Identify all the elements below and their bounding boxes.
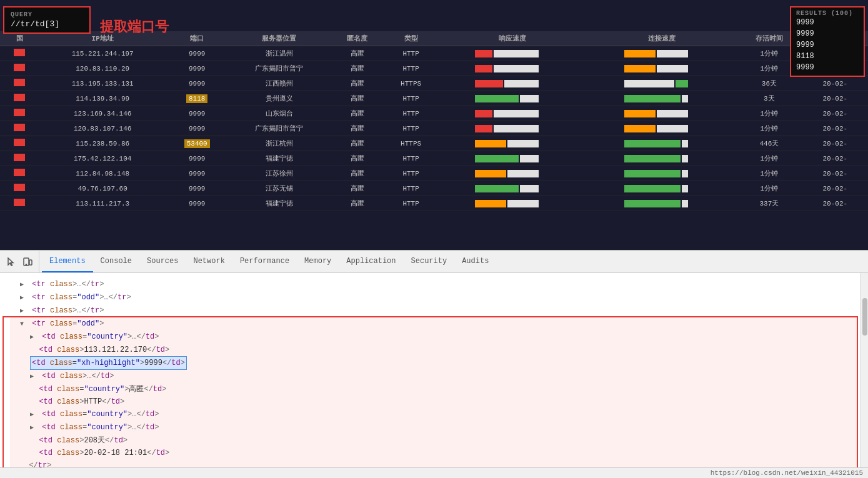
tab-elements[interactable]: Elements xyxy=(42,251,93,272)
cell-ip: 112.84.98.148 xyxy=(39,166,166,181)
tab-audits[interactable]: Audits xyxy=(454,251,496,272)
cell-resp xyxy=(438,196,587,211)
cell-anon: 高匿 xyxy=(331,136,384,151)
tab-console[interactable]: Console xyxy=(93,251,139,272)
triangle[interactable] xyxy=(30,409,37,421)
triangle[interactable] xyxy=(30,371,37,383)
scrollbar-thumb[interactable] xyxy=(862,298,867,336)
col-location: 服务器位置 xyxy=(228,31,330,46)
cell-ip: 120.83.110.29 xyxy=(39,61,166,76)
cell-conn xyxy=(587,196,736,211)
cell-anon: 高匿 xyxy=(331,76,384,91)
cell-resp xyxy=(438,106,587,121)
cell-conn xyxy=(587,181,736,196)
cell-anon: 高匿 xyxy=(331,46,384,61)
dom-line[interactable]: </tr> xyxy=(10,459,858,467)
cell-conn xyxy=(587,121,736,136)
cell-date: 20-02- xyxy=(802,181,868,196)
device-icon[interactable] xyxy=(21,256,34,268)
cell-date: 20-02- xyxy=(802,151,868,166)
cell-alive: 446天 xyxy=(736,136,802,151)
tab-security[interactable]: Security xyxy=(404,251,455,272)
cell-conn xyxy=(587,106,736,121)
triangle[interactable] xyxy=(20,305,27,317)
dom-tree[interactable]: <tr class>…</tr> <tr class="odd">…</tr> … xyxy=(0,273,868,467)
cell-date: 20-02- xyxy=(802,121,868,136)
cell-resp xyxy=(438,121,587,136)
col-type: 类型 xyxy=(384,31,438,46)
cell-conn xyxy=(587,61,736,76)
cell-port: 9999 xyxy=(166,76,228,91)
devtools-icons xyxy=(0,251,39,272)
cell-type: HTTP xyxy=(384,121,438,136)
cell-anon: 高匿 xyxy=(331,106,384,121)
dom-line[interactable]: <td class="country">…</td> xyxy=(10,408,858,421)
cell-flag xyxy=(0,91,39,106)
tab-sources[interactable]: Sources xyxy=(139,251,186,272)
triangle[interactable] xyxy=(20,292,27,304)
cell-type: HTTPS xyxy=(384,76,438,91)
cell-location: 江苏徐州 xyxy=(228,166,330,181)
dom-line[interactable]: <td class>…</td> xyxy=(10,370,858,383)
cell-conn xyxy=(587,46,736,61)
tab-performance[interactable]: Performance xyxy=(232,251,297,272)
query-value: //tr/td[3] xyxy=(11,19,83,29)
tab-memory[interactable]: Memory xyxy=(297,251,339,272)
svg-rect-1 xyxy=(29,260,32,265)
cell-flag xyxy=(0,121,39,136)
cell-location: 浙江杭州 xyxy=(228,136,330,151)
cell-anon: 高匿 xyxy=(331,181,384,196)
cell-alive: 1分钟 xyxy=(736,181,802,196)
triangle[interactable] xyxy=(20,318,27,331)
dom-line[interactable]: <td class="xh-highlight">9999</td> xyxy=(10,356,858,370)
cell-location: 江西赣州 xyxy=(228,76,330,91)
scrollbar[interactable] xyxy=(861,273,868,467)
dom-line[interactable]: <td class>20-02-18 21:01</td> xyxy=(10,447,858,459)
proxy-data-table: 国 IP地址 端口 服务器位置 匿名度 类型 响应速度 连接速度 存活时间 验证… xyxy=(0,31,868,211)
dom-line[interactable]: <tr class="odd">…</tr> xyxy=(10,291,858,304)
triangle[interactable] xyxy=(30,331,37,344)
cell-port: 9999 xyxy=(166,181,228,196)
cell-anon: 高匿 xyxy=(331,151,384,166)
results-box: RESULTS (100) 9999 9999 9999 8118 9999 xyxy=(790,6,865,77)
cell-anon: 高匿 xyxy=(331,121,384,136)
cell-date: 20-02- xyxy=(802,106,868,121)
cursor-icon[interactable] xyxy=(5,256,17,268)
cell-location: 广东揭阳市普宁 xyxy=(228,121,330,136)
dom-line[interactable]: <tr class>…</tr> xyxy=(10,278,858,291)
cell-port: 9999 xyxy=(166,106,228,121)
cell-type: HTTP xyxy=(384,181,438,196)
tab-network[interactable]: Network xyxy=(186,251,232,272)
cell-port: 9999 xyxy=(166,151,228,166)
cell-port: 9999 xyxy=(166,61,228,76)
cell-ip: 114.139.34.99 xyxy=(39,91,166,106)
dom-line[interactable]: <td class="country">…</td> xyxy=(10,331,858,344)
status-bar: https://blog.csdn.net/weixin_44321015 xyxy=(0,467,868,478)
dom-line[interactable]: <tr class>…</tr> xyxy=(10,304,858,317)
query-label: QUERY xyxy=(11,11,83,18)
cell-conn xyxy=(587,91,736,106)
extract-title: 提取端口号 xyxy=(100,17,169,36)
cell-resp xyxy=(438,136,587,151)
dom-content-wrapper: <tr class>…</tr> <tr class="odd">…</tr> … xyxy=(0,273,868,467)
cell-alive: 36天 xyxy=(736,76,802,91)
triangle[interactable] xyxy=(30,422,37,434)
dom-line[interactable]: <td class>HTTP</td> xyxy=(10,396,858,408)
cell-anon: 高匿 xyxy=(331,196,384,211)
cell-anon: 高匿 xyxy=(331,61,384,76)
cell-type: HTTP xyxy=(384,151,438,166)
dom-line[interactable]: <td class>208天</td> xyxy=(10,434,858,447)
dom-line[interactable]: <td class>113.121.22.170</td> xyxy=(10,344,858,356)
cell-ip: 115.238.59.86 xyxy=(39,136,166,151)
result-value-3: 9999 xyxy=(796,39,859,51)
cell-port: 9999 xyxy=(166,121,228,136)
tab-application[interactable]: Application xyxy=(339,251,403,272)
cell-alive: 1分钟 xyxy=(736,151,802,166)
triangle[interactable] xyxy=(20,279,27,291)
dom-line[interactable]: <tr class="odd"> xyxy=(10,317,858,331)
dom-line[interactable]: <td class="country">高匿</td> xyxy=(10,383,858,396)
results-label: RESULTS (100) xyxy=(796,10,859,17)
dom-line[interactable]: <td class="country">…</td> xyxy=(10,421,858,434)
cell-flag xyxy=(0,61,39,76)
cell-location: 福建宁德 xyxy=(228,151,330,166)
